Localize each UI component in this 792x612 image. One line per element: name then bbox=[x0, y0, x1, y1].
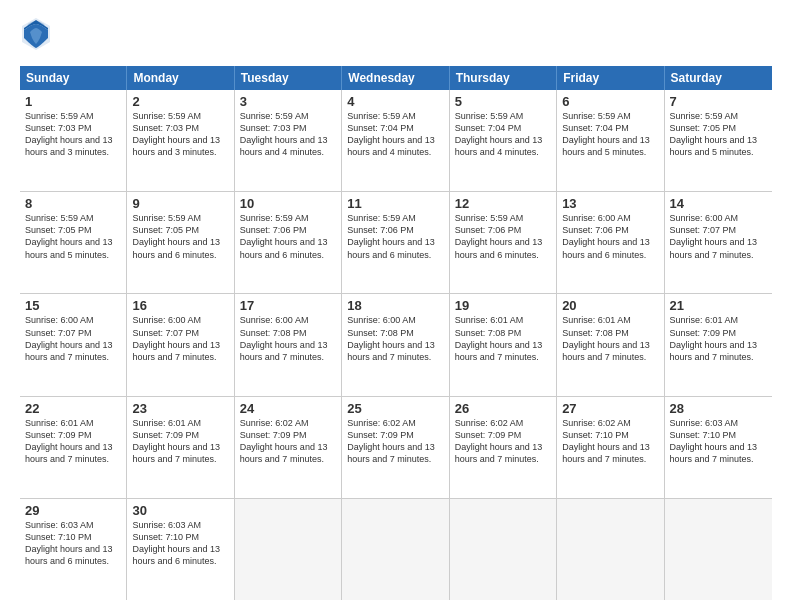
header bbox=[20, 16, 772, 56]
header-day-saturday: Saturday bbox=[665, 66, 772, 90]
calendar-cell bbox=[557, 499, 664, 600]
day-detail: Sunrise: 6:02 AMSunset: 7:09 PMDaylight … bbox=[347, 417, 443, 466]
day-number: 24 bbox=[240, 401, 336, 416]
calendar-cell: 12Sunrise: 5:59 AMSunset: 7:06 PMDayligh… bbox=[450, 192, 557, 293]
calendar-cell: 18Sunrise: 6:00 AMSunset: 7:08 PMDayligh… bbox=[342, 294, 449, 395]
day-detail: Sunrise: 5:59 AMSunset: 7:03 PMDaylight … bbox=[25, 110, 121, 159]
header-day-thursday: Thursday bbox=[450, 66, 557, 90]
header-day-monday: Monday bbox=[127, 66, 234, 90]
calendar-cell: 9Sunrise: 5:59 AMSunset: 7:05 PMDaylight… bbox=[127, 192, 234, 293]
day-number: 8 bbox=[25, 196, 121, 211]
day-number: 18 bbox=[347, 298, 443, 313]
day-detail: Sunrise: 5:59 AMSunset: 7:06 PMDaylight … bbox=[347, 212, 443, 261]
calendar-cell: 15Sunrise: 6:00 AMSunset: 7:07 PMDayligh… bbox=[20, 294, 127, 395]
calendar-cell bbox=[665, 499, 772, 600]
day-detail: Sunrise: 6:01 AMSunset: 7:09 PMDaylight … bbox=[670, 314, 767, 363]
day-number: 5 bbox=[455, 94, 551, 109]
day-number: 30 bbox=[132, 503, 228, 518]
calendar-cell: 14Sunrise: 6:00 AMSunset: 7:07 PMDayligh… bbox=[665, 192, 772, 293]
calendar-cell: 2Sunrise: 5:59 AMSunset: 7:03 PMDaylight… bbox=[127, 90, 234, 191]
day-detail: Sunrise: 6:00 AMSunset: 7:07 PMDaylight … bbox=[132, 314, 228, 363]
calendar-cell: 13Sunrise: 6:00 AMSunset: 7:06 PMDayligh… bbox=[557, 192, 664, 293]
calendar-cell bbox=[235, 499, 342, 600]
day-detail: Sunrise: 6:02 AMSunset: 7:10 PMDaylight … bbox=[562, 417, 658, 466]
day-number: 4 bbox=[347, 94, 443, 109]
day-detail: Sunrise: 5:59 AMSunset: 7:05 PMDaylight … bbox=[670, 110, 767, 159]
day-detail: Sunrise: 6:01 AMSunset: 7:09 PMDaylight … bbox=[25, 417, 121, 466]
day-number: 25 bbox=[347, 401, 443, 416]
day-number: 29 bbox=[25, 503, 121, 518]
day-detail: Sunrise: 6:01 AMSunset: 7:09 PMDaylight … bbox=[132, 417, 228, 466]
day-detail: Sunrise: 6:00 AMSunset: 7:06 PMDaylight … bbox=[562, 212, 658, 261]
calendar-cell: 21Sunrise: 6:01 AMSunset: 7:09 PMDayligh… bbox=[665, 294, 772, 395]
day-detail: Sunrise: 5:59 AMSunset: 7:04 PMDaylight … bbox=[562, 110, 658, 159]
calendar-row-3: 15Sunrise: 6:00 AMSunset: 7:07 PMDayligh… bbox=[20, 294, 772, 396]
day-number: 26 bbox=[455, 401, 551, 416]
day-number: 6 bbox=[562, 94, 658, 109]
calendar-cell: 4Sunrise: 5:59 AMSunset: 7:04 PMDaylight… bbox=[342, 90, 449, 191]
day-number: 19 bbox=[455, 298, 551, 313]
calendar: SundayMondayTuesdayWednesdayThursdayFrid… bbox=[20, 66, 772, 600]
day-number: 12 bbox=[455, 196, 551, 211]
calendar-cell: 24Sunrise: 6:02 AMSunset: 7:09 PMDayligh… bbox=[235, 397, 342, 498]
calendar-body: 1Sunrise: 5:59 AMSunset: 7:03 PMDaylight… bbox=[20, 90, 772, 600]
calendar-cell: 22Sunrise: 6:01 AMSunset: 7:09 PMDayligh… bbox=[20, 397, 127, 498]
calendar-row-4: 22Sunrise: 6:01 AMSunset: 7:09 PMDayligh… bbox=[20, 397, 772, 499]
day-detail: Sunrise: 6:00 AMSunset: 7:08 PMDaylight … bbox=[347, 314, 443, 363]
calendar-cell: 23Sunrise: 6:01 AMSunset: 7:09 PMDayligh… bbox=[127, 397, 234, 498]
calendar-row-5: 29Sunrise: 6:03 AMSunset: 7:10 PMDayligh… bbox=[20, 499, 772, 600]
calendar-row-1: 1Sunrise: 5:59 AMSunset: 7:03 PMDaylight… bbox=[20, 90, 772, 192]
day-number: 27 bbox=[562, 401, 658, 416]
day-detail: Sunrise: 6:01 AMSunset: 7:08 PMDaylight … bbox=[455, 314, 551, 363]
day-detail: Sunrise: 6:03 AMSunset: 7:10 PMDaylight … bbox=[25, 519, 121, 568]
calendar-cell: 6Sunrise: 5:59 AMSunset: 7:04 PMDaylight… bbox=[557, 90, 664, 191]
day-detail: Sunrise: 5:59 AMSunset: 7:03 PMDaylight … bbox=[132, 110, 228, 159]
calendar-cell: 17Sunrise: 6:00 AMSunset: 7:08 PMDayligh… bbox=[235, 294, 342, 395]
day-number: 20 bbox=[562, 298, 658, 313]
header-day-friday: Friday bbox=[557, 66, 664, 90]
day-detail: Sunrise: 5:59 AMSunset: 7:05 PMDaylight … bbox=[25, 212, 121, 261]
calendar-cell: 25Sunrise: 6:02 AMSunset: 7:09 PMDayligh… bbox=[342, 397, 449, 498]
day-detail: Sunrise: 6:02 AMSunset: 7:09 PMDaylight … bbox=[455, 417, 551, 466]
calendar-cell: 28Sunrise: 6:03 AMSunset: 7:10 PMDayligh… bbox=[665, 397, 772, 498]
calendar-cell: 26Sunrise: 6:02 AMSunset: 7:09 PMDayligh… bbox=[450, 397, 557, 498]
day-detail: Sunrise: 6:00 AMSunset: 7:07 PMDaylight … bbox=[670, 212, 767, 261]
day-detail: Sunrise: 6:01 AMSunset: 7:08 PMDaylight … bbox=[562, 314, 658, 363]
day-number: 1 bbox=[25, 94, 121, 109]
day-detail: Sunrise: 5:59 AMSunset: 7:05 PMDaylight … bbox=[132, 212, 228, 261]
header-day-tuesday: Tuesday bbox=[235, 66, 342, 90]
day-detail: Sunrise: 5:59 AMSunset: 7:04 PMDaylight … bbox=[347, 110, 443, 159]
calendar-cell: 29Sunrise: 6:03 AMSunset: 7:10 PMDayligh… bbox=[20, 499, 127, 600]
day-number: 16 bbox=[132, 298, 228, 313]
day-number: 22 bbox=[25, 401, 121, 416]
calendar-cell: 10Sunrise: 5:59 AMSunset: 7:06 PMDayligh… bbox=[235, 192, 342, 293]
calendar-cell: 7Sunrise: 5:59 AMSunset: 7:05 PMDaylight… bbox=[665, 90, 772, 191]
day-detail: Sunrise: 5:59 AMSunset: 7:06 PMDaylight … bbox=[455, 212, 551, 261]
day-number: 28 bbox=[670, 401, 767, 416]
day-number: 10 bbox=[240, 196, 336, 211]
calendar-row-2: 8Sunrise: 5:59 AMSunset: 7:05 PMDaylight… bbox=[20, 192, 772, 294]
calendar-cell: 1Sunrise: 5:59 AMSunset: 7:03 PMDaylight… bbox=[20, 90, 127, 191]
day-detail: Sunrise: 6:03 AMSunset: 7:10 PMDaylight … bbox=[132, 519, 228, 568]
header-day-wednesday: Wednesday bbox=[342, 66, 449, 90]
logo bbox=[20, 16, 56, 56]
day-number: 9 bbox=[132, 196, 228, 211]
day-number: 23 bbox=[132, 401, 228, 416]
day-detail: Sunrise: 5:59 AMSunset: 7:06 PMDaylight … bbox=[240, 212, 336, 261]
day-detail: Sunrise: 6:00 AMSunset: 7:08 PMDaylight … bbox=[240, 314, 336, 363]
day-detail: Sunrise: 6:00 AMSunset: 7:07 PMDaylight … bbox=[25, 314, 121, 363]
header-day-sunday: Sunday bbox=[20, 66, 127, 90]
calendar-cell bbox=[342, 499, 449, 600]
day-number: 2 bbox=[132, 94, 228, 109]
calendar-cell: 16Sunrise: 6:00 AMSunset: 7:07 PMDayligh… bbox=[127, 294, 234, 395]
calendar-header: SundayMondayTuesdayWednesdayThursdayFrid… bbox=[20, 66, 772, 90]
calendar-cell: 11Sunrise: 5:59 AMSunset: 7:06 PMDayligh… bbox=[342, 192, 449, 293]
calendar-cell: 8Sunrise: 5:59 AMSunset: 7:05 PMDaylight… bbox=[20, 192, 127, 293]
calendar-cell: 5Sunrise: 5:59 AMSunset: 7:04 PMDaylight… bbox=[450, 90, 557, 191]
page: SundayMondayTuesdayWednesdayThursdayFrid… bbox=[0, 0, 792, 612]
day-number: 14 bbox=[670, 196, 767, 211]
day-number: 21 bbox=[670, 298, 767, 313]
day-detail: Sunrise: 5:59 AMSunset: 7:03 PMDaylight … bbox=[240, 110, 336, 159]
day-number: 13 bbox=[562, 196, 658, 211]
day-number: 7 bbox=[670, 94, 767, 109]
